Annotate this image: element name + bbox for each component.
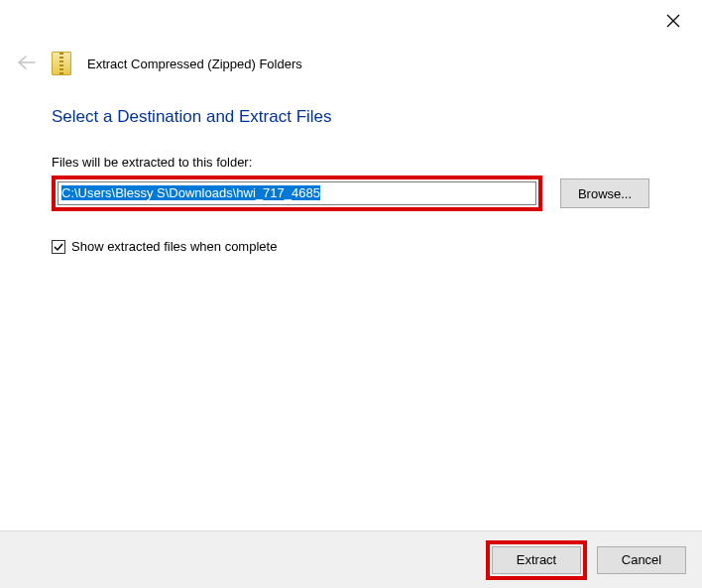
close-button[interactable]: [666, 14, 682, 30]
annotation-highlight-extract: Extract: [486, 540, 587, 580]
window-title: Extract Compressed (Zipped) Folders: [87, 57, 302, 71]
zip-folder-icon: [52, 52, 71, 75]
destination-path-input[interactable]: C:\Users\Blessy S\Downloads\hwi_717_4685: [58, 181, 536, 205]
back-arrow-icon: [18, 56, 36, 72]
annotation-highlight-path: C:\Users\Blessy S\Downloads\hwi_717_4685: [52, 176, 542, 211]
destination-label: Files will be extracted to this folder:: [52, 155, 650, 170]
page-heading: Select a Destination and Extract Files: [52, 107, 650, 127]
show-files-label: Show extracted files when complete: [71, 239, 277, 254]
show-files-checkbox[interactable]: [52, 240, 65, 254]
extract-button[interactable]: Extract: [492, 546, 581, 574]
cancel-button[interactable]: Cancel: [597, 546, 686, 574]
browse-button[interactable]: Browse...: [560, 178, 649, 208]
dialog-footer: Extract Cancel: [0, 530, 702, 588]
